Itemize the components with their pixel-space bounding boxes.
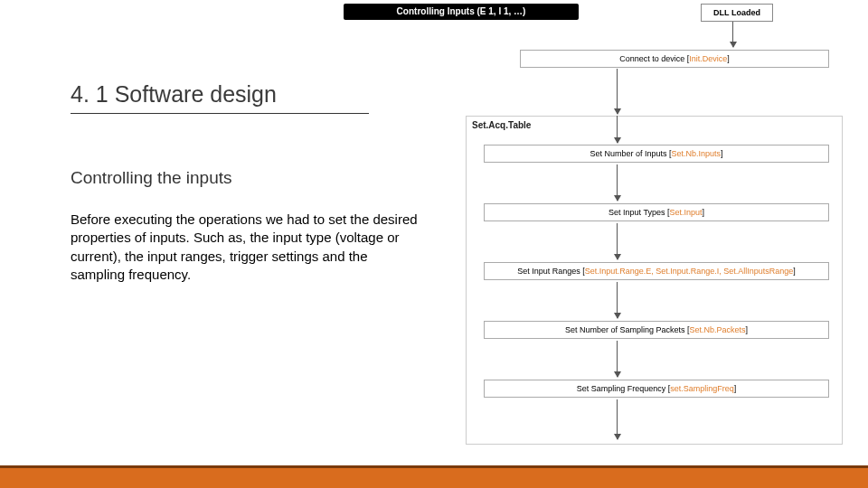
box-text: Set Input Types [: [609, 208, 669, 217]
box-set-sampling-freq: Set Sampling Frequency [set.SamplingFreq…: [484, 380, 829, 398]
section-subheading: Controlling the inputs: [71, 168, 432, 188]
box-text: ]: [746, 325, 749, 334]
section-heading: 4. 1 Software design: [71, 81, 369, 114]
box-fn: Set.Input: [669, 208, 702, 217]
slide: 4. 1 Software design Controlling the inp…: [0, 0, 868, 488]
box-fn: set.SamplingFreq: [670, 384, 734, 393]
box-fn: Init.Device: [689, 54, 727, 63]
box-text: Set Input Ranges [: [517, 267, 585, 276]
box-set-input-types: Set Input Types [Set.Input]: [484, 203, 829, 221]
box-fn: Set.Nb.Packets: [690, 325, 746, 334]
section-label: Set.Acq.Table: [472, 120, 531, 130]
box-text: ]: [721, 149, 723, 158]
diagram-title: Controlling Inputs (E 1, I 1, …): [344, 4, 579, 20]
flow-diagram: Controlling Inputs (E 1, I 1, …) DLL Loa…: [461, 0, 850, 452]
box-set-input-ranges: Set Input Ranges [Set.Input.Range.E, Set…: [484, 262, 829, 280]
arrow-icon: [617, 399, 618, 439]
text-column: 4. 1 Software design Controlling the inp…: [71, 81, 432, 284]
box-text: ]: [793, 267, 796, 276]
box-text: Set Sampling Frequency [: [577, 384, 671, 393]
arrow-icon: [617, 341, 618, 377]
box-dll-loaded: DLL Loaded: [701, 4, 773, 22]
body-paragraph: Before executing the operations we had t…: [71, 211, 423, 284]
arrow-icon: [617, 116, 618, 143]
arrow-icon: [732, 22, 733, 47]
box-text: Connect to device [: [619, 54, 689, 63]
arrow-icon: [617, 164, 618, 201]
box-set-nb-packets: Set Number of Sampling Packets [Set.Nb.P…: [484, 321, 829, 339]
arrow-icon: [617, 282, 618, 318]
box-set-nb-inputs: Set Number of Inputs [Set.Nb.Inputs]: [484, 145, 829, 163]
box-fn: Set.Nb.Inputs: [671, 149, 721, 158]
box-fn: Set.Input.Range.E, Set.Input.Range.I, Se…: [585, 267, 794, 276]
footer-bar: [0, 468, 868, 488]
box-text: Set Number of Sampling Packets [: [565, 325, 690, 334]
box-text: ]: [734, 384, 737, 393]
box-text: ]: [727, 54, 730, 63]
box-text: ]: [702, 208, 704, 217]
box-text: Set Number of Inputs [: [590, 149, 671, 158]
arrow-icon: [617, 69, 618, 114]
arrow-icon: [617, 223, 618, 259]
box-connect-device: Connect to device [Init.Device]: [520, 50, 829, 68]
